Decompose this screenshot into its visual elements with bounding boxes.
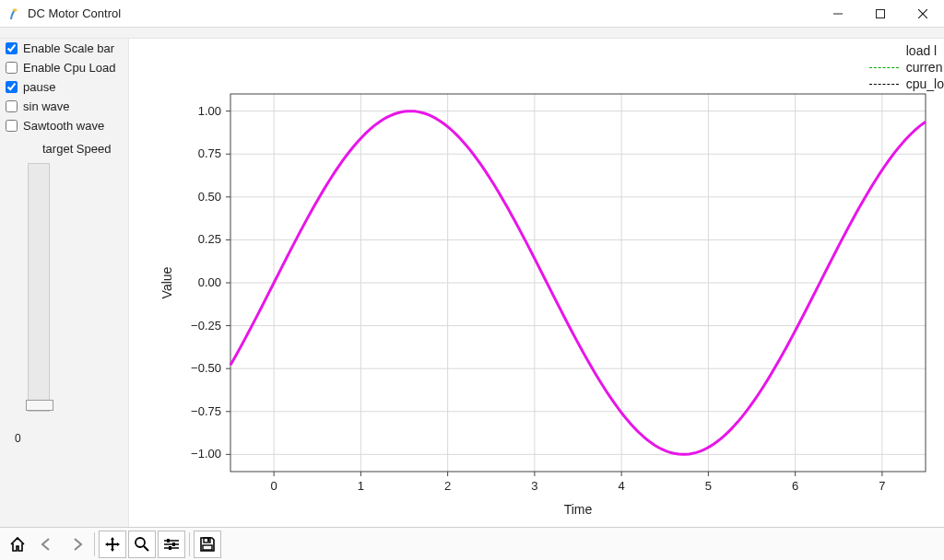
svg-text:6: 6 xyxy=(792,479,798,493)
close-button[interactable] xyxy=(902,0,944,28)
svg-text:7: 7 xyxy=(879,479,885,493)
subplots-button[interactable] xyxy=(158,531,185,558)
slider-value: 0 xyxy=(15,432,21,445)
back-button[interactable] xyxy=(33,531,61,558)
legend-text: cpu_lo xyxy=(906,76,944,92)
minimize-button[interactable] xyxy=(817,0,859,28)
forward-button[interactable] xyxy=(63,531,90,558)
svg-text:0.75: 0.75 xyxy=(198,146,221,160)
svg-text:−0.25: −0.25 xyxy=(191,319,221,332)
legend-text: curren xyxy=(906,59,943,76)
chart[interactable]: 01234567−1.00−0.75−0.50−0.250.000.250.50… xyxy=(129,39,944,527)
save-icon xyxy=(198,535,217,554)
checkbox-input[interactable] xyxy=(6,100,18,112)
sidebar: Enable Scale barEnable Cpu Loadpausesin … xyxy=(0,39,129,527)
checkbox-sin-wave[interactable]: sin wave xyxy=(0,97,128,116)
svg-text:Time: Time xyxy=(564,502,593,517)
svg-text:1.00: 1.00 xyxy=(198,104,221,118)
svg-text:1: 1 xyxy=(358,479,364,493)
checkbox-input[interactable] xyxy=(6,62,18,74)
svg-text:4: 4 xyxy=(619,479,625,493)
pan-button[interactable] xyxy=(99,531,126,558)
svg-text:5: 5 xyxy=(705,479,712,493)
checkbox-sawtooth-wave[interactable]: Sawtooth wave xyxy=(0,116,128,135)
forward-icon xyxy=(67,535,86,554)
svg-rect-64 xyxy=(167,539,170,542)
back-icon xyxy=(38,535,56,554)
svg-rect-66 xyxy=(169,546,171,550)
svg-point-59 xyxy=(136,538,145,547)
menu-ribbon xyxy=(0,28,944,39)
subplots-icon xyxy=(162,535,181,554)
legend-item: cpu_lo xyxy=(869,76,944,92)
legend-item: load l xyxy=(869,42,944,59)
checkbox-input[interactable] xyxy=(6,120,18,132)
svg-text:−1.00: −1.00 xyxy=(191,447,221,461)
maximize-icon xyxy=(876,9,885,18)
zoom-icon xyxy=(133,535,151,554)
save-button[interactable] xyxy=(194,531,221,558)
svg-line-60 xyxy=(144,546,148,551)
home-button[interactable] xyxy=(4,531,31,558)
zoom-button[interactable] xyxy=(128,531,156,558)
checkbox-enable-scale-bar[interactable]: Enable Scale bar xyxy=(0,39,128,58)
checkbox-pause[interactable]: pause xyxy=(0,77,128,97)
checkbox-enable-cpu-load[interactable]: Enable Cpu Load xyxy=(0,58,128,77)
checkbox-input[interactable] xyxy=(6,42,18,54)
legend-swatch-icon xyxy=(869,84,899,85)
svg-text:3: 3 xyxy=(531,479,537,493)
checkbox-label: pause xyxy=(23,80,55,94)
svg-text:0: 0 xyxy=(271,479,277,493)
maximize-button[interactable] xyxy=(859,0,902,28)
slider-label: target Speed xyxy=(11,139,128,158)
svg-rect-2 xyxy=(877,9,885,18)
target-speed-slider[interactable] xyxy=(28,163,50,412)
legend-item: curren xyxy=(869,59,944,76)
separator xyxy=(189,532,190,556)
checkbox-label: Sawtooth wave xyxy=(23,119,104,133)
svg-rect-68 xyxy=(207,539,209,542)
minimize-icon xyxy=(833,9,843,18)
svg-text:0.25: 0.25 xyxy=(198,232,221,246)
svg-point-0 xyxy=(13,8,17,10)
title-bar: DC Motor Control xyxy=(0,0,944,28)
checkbox-label: Enable Cpu Load xyxy=(23,61,115,75)
legend: load l curren cpu_lo xyxy=(869,42,944,92)
legend-swatch-icon xyxy=(869,67,899,68)
app-icon xyxy=(7,6,22,21)
close-icon xyxy=(918,9,927,18)
svg-text:−0.75: −0.75 xyxy=(191,404,221,418)
svg-text:2: 2 xyxy=(444,479,451,493)
svg-text:0.50: 0.50 xyxy=(198,190,221,204)
slider-thumb[interactable] xyxy=(26,400,53,411)
checkbox-label: Enable Scale bar xyxy=(23,41,114,55)
window-title: DC Motor Control xyxy=(28,6,121,20)
svg-text:Value: Value xyxy=(159,266,174,298)
svg-text:−0.50: −0.50 xyxy=(191,361,221,375)
checkbox-input[interactable] xyxy=(6,81,18,93)
plot-area: load l curren cpu_lo 01234567−1.00−0.75−… xyxy=(129,39,944,527)
svg-rect-65 xyxy=(172,542,175,546)
svg-rect-69 xyxy=(203,545,212,550)
legend-text: load l xyxy=(906,42,937,59)
separator xyxy=(94,532,95,556)
svg-text:0.00: 0.00 xyxy=(198,275,221,289)
pan-icon xyxy=(103,535,122,554)
nav-toolbar xyxy=(0,527,944,560)
home-icon xyxy=(8,535,27,554)
checkbox-label: sin wave xyxy=(23,99,70,113)
